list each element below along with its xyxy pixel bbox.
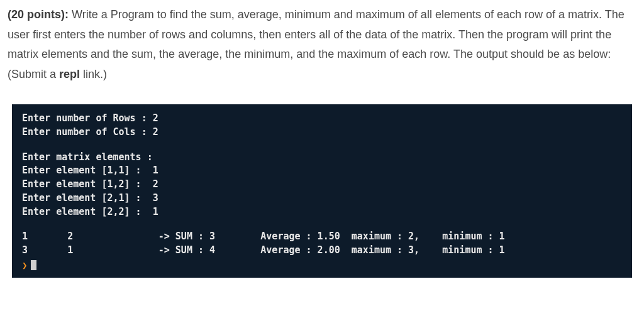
problem-statement: (20 points): Write a Program to find the… [8, 5, 636, 84]
prompt-row: ❯ [22, 259, 622, 271]
cols-prompt: Enter number of Cols : 2 [22, 126, 622, 139]
repl-word: repl [59, 68, 80, 80]
element-22: Enter element [2,2] : 1 [22, 205, 622, 219]
cursor-icon [31, 260, 36, 270]
terminal-output: Enter number of Rows : 2 Enter number of… [12, 104, 632, 278]
points-label: (20 points): [8, 8, 72, 21]
output-row-1: 1 2 -> SUM : 3 Average : 1.50 maximum : … [22, 230, 622, 244]
output-row-2: 3 1 -> SUM : 4 Average : 2.00 maximum : … [22, 244, 622, 258]
element-12: Enter element [1,2] : 2 [22, 178, 622, 192]
problem-body-2: link.) [80, 68, 107, 80]
element-11: Enter element [1,1] : 1 [22, 164, 622, 178]
prompt-chevron-icon: ❯ [22, 259, 27, 271]
elements-header: Enter matrix elements : [22, 151, 622, 165]
element-21: Enter element [2,1] : 3 [22, 192, 622, 205]
rows-prompt: Enter number of Rows : 2 [22, 112, 622, 126]
